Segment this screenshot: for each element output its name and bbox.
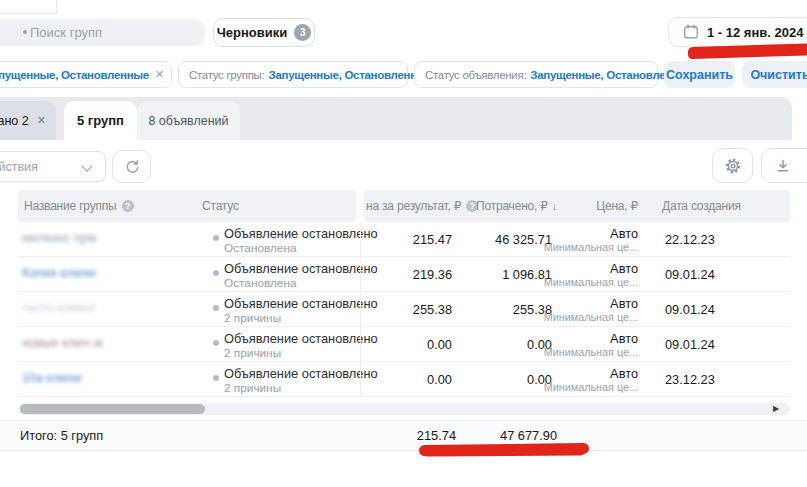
drafts-button[interactable]: Черновики 3 [213, 18, 315, 47]
created-date-cell: 09.01.24 [665, 267, 715, 282]
column-header-cost-per-result[interactable]: на за результат, ₽? [366, 190, 478, 222]
status-subtext: 2 причины [224, 311, 281, 325]
table-row: Копия ключи Объявление остановлено Остан… [18, 257, 790, 292]
status-subtext: 2 причины [224, 346, 281, 360]
chip-label: Статус группы: [189, 69, 264, 81]
price-cell: Авто [533, 366, 638, 381]
status-dot-icon [213, 305, 219, 311]
price-subtext: Минимальная це... [533, 276, 638, 288]
group-name-link[interactable]: Копия ключи [22, 266, 96, 280]
search-icon [23, 30, 27, 34]
price-subtext: Минимальная це... [533, 311, 638, 323]
column-header-spent[interactable]: Потрачено, ₽↓ [476, 190, 557, 222]
price-subtext: Минимальная це... [533, 241, 638, 253]
column-header-price[interactable]: Цена, ₽ [560, 190, 638, 222]
chevron-down-icon [81, 160, 92, 171]
group-name-link[interactable]: милкинс прм [22, 231, 96, 245]
tab-ads[interactable]: 8 объявлений [137, 101, 240, 140]
ads-manager-page: Черновики 3 1 - 12 янв. 2024 Запущенные,… [0, 0, 807, 487]
totals-row: Итого: 5 групп 215.74 47 677.90 [0, 420, 807, 451]
frozen-column-divider [360, 222, 361, 397]
status-subtext: Остановлена [224, 276, 297, 290]
calendar-icon [683, 24, 699, 40]
actions-label: Действия [0, 160, 38, 174]
price-cell: Авто [533, 226, 638, 241]
cost-per-result-cell: 0.00 [348, 372, 452, 387]
column-header-spent-label: Потрачено, ₽ [476, 199, 548, 213]
status-dot-icon [213, 340, 219, 346]
close-icon[interactable]: ✕ [37, 114, 46, 127]
search-input[interactable] [0, 19, 205, 46]
table-row: милкинс прм Объявление остановлено Остан… [18, 222, 790, 257]
scroll-right-icon[interactable]: ▶ [768, 403, 784, 415]
cost-per-result-cell: 0.00 [348, 337, 452, 352]
status-subtext: Остановлена [224, 241, 297, 255]
download-icon [775, 158, 791, 174]
refresh-button[interactable] [112, 150, 151, 183]
price-subtext: Минимальная це... [533, 346, 638, 358]
gear-icon [724, 157, 742, 175]
cost-per-result-cell: 215.47 [348, 232, 452, 247]
tab-selected-label: Выбрано 2 [0, 114, 29, 128]
table-row: тесто клиент Объявление остановлено 2 пр… [18, 292, 790, 327]
table-settings-button[interactable] [712, 148, 753, 183]
table-row: 10а ключи Объявление остановлено 2 причи… [18, 362, 790, 397]
chip-value: Запущенные, Остановленные [268, 69, 432, 81]
column-header-created[interactable]: Дата создания [662, 190, 741, 222]
filter-chip-status[interactable]: Запущенные, Остановленные ✕ [0, 61, 172, 88]
close-icon[interactable]: ✕ [155, 68, 164, 81]
drafts-count-badge: 3 [294, 24, 311, 41]
date-range-picker[interactable]: 1 - 12 янв. 2024 [668, 17, 807, 47]
cost-per-result-cell: 219.36 [348, 267, 452, 282]
cost-per-result-cell: 255.38 [348, 302, 452, 317]
filter-chip-ad-status[interactable]: Статус объявления:Запущенные, Остановлен… [414, 61, 658, 88]
totals-label: Итого: 5 групп [20, 421, 103, 450]
created-date-cell: 23.12.23 [665, 372, 715, 387]
actions-dropdown[interactable]: Действия [0, 151, 106, 182]
panel-edge-line [0, 13, 57, 14]
horizontal-scrollbar-thumb[interactable] [20, 404, 205, 414]
column-header-name[interactable]: Название группы? [24, 190, 134, 222]
column-header-name-label: Название группы [24, 199, 117, 213]
status-dot-icon [213, 235, 219, 241]
price-cell: Авто [533, 261, 638, 276]
clear-filters-button[interactable]: Очистить [742, 61, 807, 88]
status-dot-icon [213, 270, 219, 276]
group-name-link[interactable]: тесто клиент [22, 301, 96, 315]
filter-chip-group-status[interactable]: Статус группы:Запущенные, Остановленные … [178, 61, 408, 88]
drafts-label: Черновики [217, 25, 288, 40]
chip-label: Статус объявления: [425, 69, 526, 81]
created-date-cell: 22.12.23 [665, 232, 715, 247]
date-range-value: 1 - 12 янв. 2024 [707, 25, 803, 40]
status-subtext: 2 причины [224, 381, 281, 395]
group-name-link[interactable]: новые ключ м [22, 336, 103, 350]
refresh-icon [124, 159, 140, 175]
panel-edge-line [56, 0, 57, 13]
chip-value: Запущенные, Остановленные [0, 69, 149, 81]
save-filters-button[interactable]: Сохранить [664, 61, 735, 88]
tab-selected-items[interactable]: Выбрано 2 ✕ [0, 101, 56, 140]
tab-groups[interactable]: 5 групп [64, 101, 137, 140]
price-cell: Авто [533, 331, 638, 346]
group-name-link[interactable]: 10а ключи [22, 371, 82, 385]
sort-desc-icon: ↓ [552, 200, 557, 212]
help-icon[interactable]: ? [122, 200, 134, 212]
status-dot-icon [213, 375, 219, 381]
price-cell: Авто [533, 296, 638, 311]
export-button[interactable] [761, 148, 807, 183]
created-date-cell: 09.01.24 [665, 337, 715, 352]
column-header-cpr-label: на за результат, ₽ [366, 199, 461, 213]
annotation-totals-underline [424, 448, 584, 456]
price-subtext: Минимальная це... [533, 381, 638, 393]
column-header-status[interactable]: Статус [202, 190, 239, 222]
created-date-cell: 09.01.24 [665, 302, 715, 317]
table-row: новые ключ м Объявление остановлено 2 пр… [18, 327, 790, 362]
